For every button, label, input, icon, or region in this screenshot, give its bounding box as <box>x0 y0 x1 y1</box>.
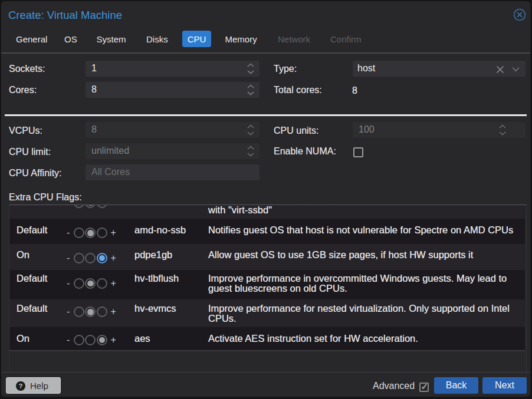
svg-text:?: ? <box>18 382 22 390</box>
